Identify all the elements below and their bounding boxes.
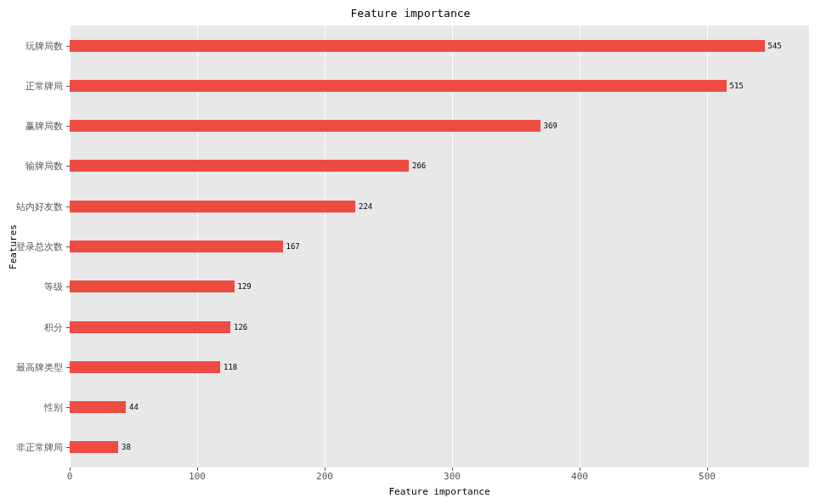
bar [70,160,409,172]
xtick-label: 500 [699,471,716,482]
bar-value-label: 129 [238,282,252,291]
ytick-mark [66,207,70,207]
bar-value-label: 545 [768,42,782,50]
bar [70,201,355,212]
gridline [452,25,453,467]
ytick-label: 最高牌类型 [16,360,63,373]
xtick-label: 100 [189,471,206,482]
bar [70,361,220,373]
ytick-mark [66,246,70,247]
bar-value-label: 38 [122,443,131,451]
bar [70,80,727,92]
bar [70,280,235,292]
ytick-mark [66,367,70,368]
bar [70,401,126,413]
ytick-mark [66,86,70,87]
ytick-label: 正常牌局 [25,79,63,92]
bar [70,120,541,132]
bar [70,241,283,252]
xtick-label: 200 [316,471,333,482]
bar-value-label: 266 [412,161,426,170]
chart-title: Feature importance [0,7,821,20]
bar [70,321,230,333]
ytick-label: 登录总次数 [16,241,63,253]
plot-area: 5455153692662241671291261184438 [70,25,809,467]
ytick-mark [66,126,70,127]
ytick-mark [66,407,70,408]
bar-value-label: 515 [730,82,744,90]
bar-value-label: 126 [234,323,247,331]
bar-value-label: 167 [286,242,300,251]
ytick-mark [66,286,70,287]
gridline [707,25,708,467]
bar-value-label: 44 [129,403,139,411]
ytick-mark [66,447,70,448]
xtick-label: 300 [444,471,461,482]
ytick-label: 输牌局数 [25,160,63,173]
ytick-mark [66,46,70,47]
ytick-label: 玩牌局数 [25,39,63,52]
bar-value-label: 369 [544,122,558,130]
ytick-label: 性别 [44,401,63,414]
bar [70,40,765,52]
bar-value-label: 224 [359,202,372,211]
ytick-label: 等级 [44,280,63,293]
gridline [580,25,580,467]
ytick-mark [66,166,70,167]
xtick-label: 400 [571,471,588,482]
ytick-mark [66,327,70,328]
ytick-label: 赢牌局数 [25,120,63,133]
gridline [325,25,326,467]
xtick-label: 0 [67,471,73,482]
x-axis-label: Feature importance [70,486,809,497]
bar [70,441,118,453]
ytick-label: 积分 [44,320,63,333]
bar-value-label: 118 [224,363,237,371]
ytick-label: 非正常牌局 [16,441,63,454]
ytick-label: 站内好友数 [16,200,63,212]
